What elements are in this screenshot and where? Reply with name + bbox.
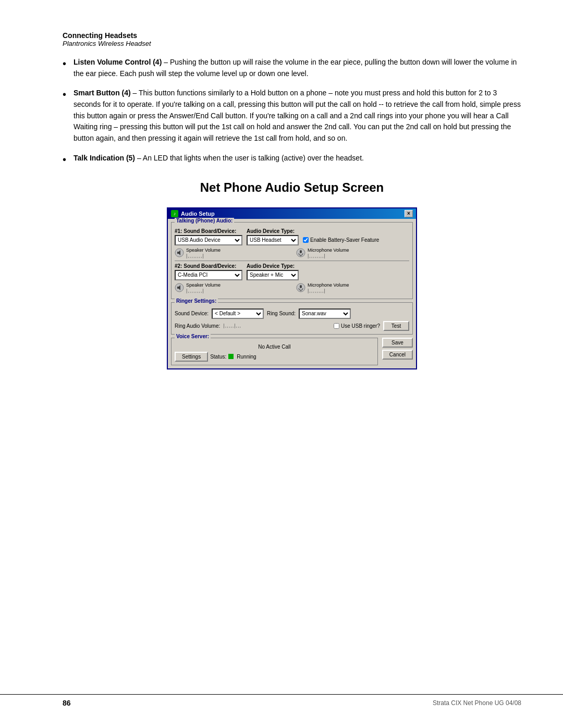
bullet-dot: • <box>63 87 66 103</box>
dialog-body: Talking (Phone) Audio: #1: Sound Board/D… <box>168 219 416 368</box>
voice-server-box: Voice Server: No Active Call Settings St… <box>171 338 378 365</box>
settings-button[interactable]: Settings <box>175 352 208 362</box>
device1-volume-row: Speaker Volume | , , , , , , , <box>175 248 409 258</box>
status-value: Running <box>237 354 256 360</box>
battery-saver-checkbox[interactable] <box>303 237 309 243</box>
dialog-buttons: Save Cancel <box>382 338 413 360</box>
use-usb-label: Use USB ringer? <box>341 323 380 329</box>
device2-type-select[interactable]: Speaker + Mic <box>247 270 299 280</box>
device1-mic-volume: Microphone Volume | , , , , , , , <box>296 248 409 258</box>
bullet-dot: • <box>63 152 66 168</box>
device1-mic-label: Microphone Volume <box>308 248 409 253</box>
device1-row-label: #1: Sound Board/Device: <box>175 228 242 234</box>
bullet-text-1: Listen Volume Control (4) – Pushing the … <box>74 57 521 79</box>
device1-type-select-wrapper[interactable]: USB Headset <box>247 235 299 245</box>
section-heading: Connecting Headsets <box>63 31 521 40</box>
page-number: 86 <box>63 699 71 707</box>
ring-volume-label: Ring Audio Volume: <box>175 323 220 329</box>
dialog-wrapper: ♪ Audio Setup × Talking (Phone) Audio: #… <box>63 207 521 369</box>
sound-device-select-wrapper[interactable]: < Default > <box>212 309 264 319</box>
battery-saver-checkbox-row[interactable]: Enable Battery-Saver Feature <box>303 237 379 243</box>
no-active-call: No Active Call <box>175 344 374 350</box>
device2-speaker-slider: Speaker Volume | , , , , , , , <box>186 282 288 293</box>
status-dot <box>228 354 234 359</box>
status-label: Status: <box>210 354 226 360</box>
device1-type-label: Audio Device Type: <box>247 228 299 234</box>
svg-rect-3 <box>300 250 302 253</box>
device1-speaker-label: Speaker Volume <box>186 248 288 253</box>
bullet-dot: • <box>63 56 66 72</box>
dialog-title: Audio Setup <box>181 211 215 217</box>
device2-select-wrapper[interactable]: C-Media PCI <box>175 270 242 280</box>
bullet-label-1: Listen Volume Control (4) <box>74 58 162 66</box>
device2-type-label: Audio Device Type: <box>247 263 299 269</box>
voice-server-label: Voice Server: <box>175 334 211 339</box>
ring-sound-label: Ring Sound: <box>267 311 296 316</box>
page-container: Connecting Headsets Plantronics Wireless… <box>0 0 563 728</box>
dialog-app-icon: ♪ <box>171 210 178 217</box>
section-header: Connecting Headsets Plantronics Wireless… <box>63 31 521 47</box>
bullet-list: • Listen Volume Control (4) – Pushing th… <box>63 57 521 168</box>
list-item: • Listen Volume Control (4) – Pushing th… <box>63 57 521 79</box>
divider <box>175 261 409 261</box>
talking-audio-group: Talking (Phone) Audio: #1: Sound Board/D… <box>171 222 413 299</box>
speaker-icon <box>175 248 184 257</box>
svg-rect-8 <box>300 285 302 288</box>
save-button[interactable]: Save <box>382 338 413 348</box>
device1-mic-slider: Microphone Volume | , , , , , , , <box>308 248 409 258</box>
slider-visual-mic[interactable]: | , , , , , , , , | <box>308 253 409 258</box>
ringer-settings-label: Ringer Settings: <box>175 298 218 304</box>
device2-row-label: #2: Sound Board/Device: <box>175 263 242 269</box>
mic-icon-2 <box>296 283 305 292</box>
ring-sound-select[interactable]: Sonar.wav <box>299 309 351 319</box>
device1-speaker-slider: Speaker Volume | , , , , , , , <box>186 248 288 258</box>
titlebar-left: ♪ Audio Setup <box>171 210 215 217</box>
bullet-text-3: Talk Indication (5) – An LED that lights… <box>74 153 521 164</box>
ring-sound-select-wrapper[interactable]: Sonar.wav <box>299 309 351 319</box>
section-subtitle: Plantronics Wireless Headset <box>63 40 521 47</box>
close-icon[interactable]: × <box>405 210 413 217</box>
device2-mic-label: Microphone Volume <box>308 282 409 288</box>
mic-icon <box>296 248 305 257</box>
slider-visual[interactable]: | , , , , , , , , | <box>186 253 288 258</box>
device2-volume-row: Speaker Volume | , , , , , , , <box>175 282 409 293</box>
ringer-settings-group: Ringer Settings: Sound Device: < Default… <box>171 302 413 335</box>
use-usb-ringer-row[interactable]: Use USB ringer? <box>334 323 380 329</box>
sound-device-select[interactable]: < Default > <box>212 309 264 319</box>
device2-speaker-label: Speaker Volume <box>186 282 288 288</box>
bullet-label-2: Smart Button (4) <box>74 89 131 97</box>
test-button[interactable]: Test <box>383 321 409 331</box>
device2-mic-volume: Microphone Volume | , , , , , , , <box>296 282 409 293</box>
list-item: • Talk Indication (5) – An LED that ligh… <box>63 153 521 168</box>
dialog-titlebar: ♪ Audio Setup × <box>168 208 416 219</box>
slider-visual-2[interactable]: | , , , , , , , , | <box>186 288 288 293</box>
talking-audio-label: Talking (Phone) Audio: <box>175 218 234 224</box>
device1-select-wrapper[interactable]: USB Audio Device <box>175 235 242 245</box>
bullet-body-2: – This button functions similarly to a H… <box>74 89 521 142</box>
speaker-icon-2 <box>175 283 184 292</box>
ring-volume-slider[interactable]: | , , , , , | , , , <box>223 323 331 328</box>
device2-mic-slider: Microphone Volume | , , , , , , , <box>308 282 409 293</box>
use-usb-ringer-checkbox[interactable] <box>334 323 339 329</box>
cancel-button[interactable]: Cancel <box>382 350 413 360</box>
bullet-body-3: – An LED that lights when the user is ta… <box>135 154 364 162</box>
device1-type-select[interactable]: USB Headset <box>247 235 299 245</box>
net-phone-title: Net Phone Audio Setup Screen <box>63 180 521 195</box>
footer-doc-info: Strata CIX Net Phone UG 04/08 <box>433 699 521 707</box>
battery-saver-label: Enable Battery-Saver Feature <box>310 237 379 243</box>
device1-speaker-volume: Speaker Volume | , , , , , , , <box>175 248 288 258</box>
page-footer: 86 Strata CIX Net Phone UG 04/08 <box>0 694 563 707</box>
audio-setup-dialog: ♪ Audio Setup × Talking (Phone) Audio: #… <box>167 207 417 369</box>
device2-speaker-volume: Speaker Volume | , , , , , , , <box>175 282 288 293</box>
sound-device-label: Sound Device: <box>175 311 209 316</box>
list-item: • Smart Button (4) – This button functio… <box>63 88 521 144</box>
slider-visual-mic-2[interactable]: | , , , , , , , , | <box>308 288 409 293</box>
bullet-text-2: Smart Button (4) – This button functions… <box>74 88 521 144</box>
device2-type-select-wrapper[interactable]: Speaker + Mic <box>247 270 299 280</box>
bullet-label-3: Talk Indication (5) <box>74 154 135 162</box>
bottom-row: Voice Server: No Active Call Settings St… <box>171 338 413 365</box>
voice-server-group: Voice Server: No Active Call Settings St… <box>171 338 378 365</box>
device2-select[interactable]: C-Media PCI <box>175 270 242 280</box>
device1-select[interactable]: USB Audio Device <box>175 235 242 245</box>
